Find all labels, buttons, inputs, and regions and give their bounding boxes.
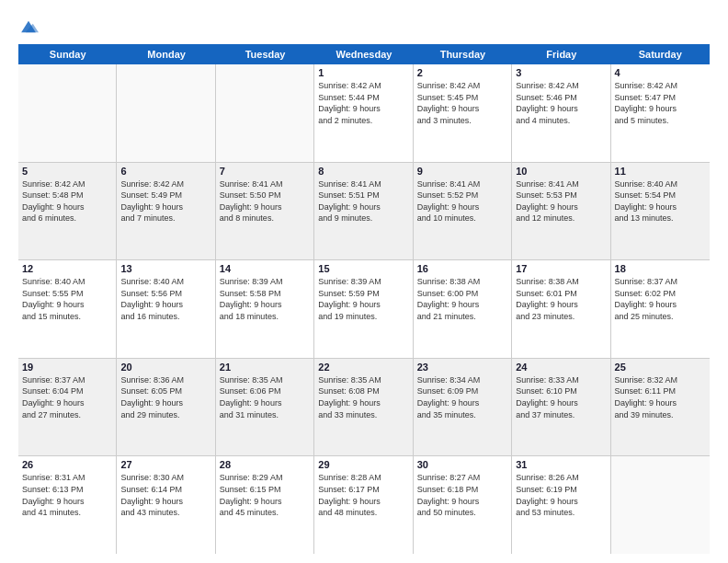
- cell-line: and 53 minutes.: [516, 507, 606, 519]
- cell-line: Sunset: 5:59 PM: [318, 288, 408, 300]
- cell-line: and 31 minutes.: [220, 409, 310, 421]
- cell-line: Sunrise: 8:27 AM: [417, 472, 507, 484]
- cell-line: Daylight: 9 hours: [220, 201, 310, 213]
- cell-line: Sunrise: 8:39 AM: [318, 276, 408, 288]
- cell-line: Daylight: 9 hours: [516, 397, 606, 409]
- day-number: 20: [120, 362, 210, 373]
- calendar-row-1: 5Sunrise: 8:42 AMSunset: 5:48 PMDaylight…: [18, 163, 710, 261]
- calendar-cell-0-6: 4Sunrise: 8:42 AMSunset: 5:47 PMDaylight…: [611, 64, 710, 162]
- cell-line: Sunrise: 8:35 AM: [318, 374, 408, 386]
- day-number: 7: [220, 166, 310, 177]
- calendar-cell-3-3: 22Sunrise: 8:35 AMSunset: 6:08 PMDayligh…: [314, 359, 413, 456]
- cell-line: and 8 minutes.: [220, 213, 310, 224]
- cell-line: Sunset: 6:09 PM: [417, 385, 507, 397]
- cell-line: and 27 minutes.: [22, 409, 112, 421]
- header-day-friday: Friday: [512, 44, 610, 64]
- calendar-cell-2-5: 17Sunrise: 8:38 AMSunset: 6:01 PMDayligh…: [512, 260, 610, 358]
- cell-line: Sunrise: 8:33 AM: [516, 374, 606, 386]
- day-number: 30: [417, 459, 507, 470]
- header: [18, 17, 710, 37]
- cell-line: and 39 minutes.: [615, 409, 706, 421]
- cell-line: and 21 minutes.: [417, 311, 507, 323]
- cell-line: and 37 minutes.: [516, 409, 606, 421]
- header-day-monday: Monday: [117, 44, 215, 64]
- day-number: 14: [220, 263, 310, 274]
- calendar-cell-1-0: 5Sunrise: 8:42 AMSunset: 5:48 PMDaylight…: [18, 163, 117, 260]
- cell-line: Sunrise: 8:42 AM: [516, 80, 606, 92]
- cell-line: Sunset: 6:04 PM: [22, 385, 112, 397]
- cell-line: Daylight: 9 hours: [516, 103, 606, 115]
- cell-line: Sunset: 5:51 PM: [318, 190, 408, 201]
- cell-line: Daylight: 9 hours: [120, 299, 210, 311]
- calendar: SundayMondayTuesdayWednesdayThursdayFrid…: [18, 44, 710, 554]
- cell-line: Sunset: 5:48 PM: [22, 190, 112, 201]
- cell-line: Sunset: 5:52 PM: [417, 190, 507, 201]
- calendar-cell-1-3: 8Sunrise: 8:41 AMSunset: 5:51 PMDaylight…: [314, 163, 413, 260]
- calendar-cell-2-4: 16Sunrise: 8:38 AMSunset: 6:00 PMDayligh…: [414, 260, 512, 358]
- cell-line: Sunrise: 8:42 AM: [22, 178, 112, 190]
- calendar-body: 1Sunrise: 8:42 AMSunset: 5:44 PMDaylight…: [18, 64, 710, 554]
- calendar-cell-3-6: 25Sunrise: 8:32 AMSunset: 6:11 PMDayligh…: [611, 359, 710, 456]
- cell-line: and 45 minutes.: [220, 507, 310, 519]
- cell-line: Sunset: 6:08 PM: [318, 385, 408, 397]
- cell-line: Sunrise: 8:42 AM: [120, 178, 210, 190]
- cell-line: Daylight: 9 hours: [417, 496, 507, 508]
- cell-line: Sunset: 5:53 PM: [516, 190, 606, 201]
- calendar-cell-2-2: 14Sunrise: 8:39 AMSunset: 5:58 PMDayligh…: [216, 260, 314, 358]
- calendar-cell-1-6: 11Sunrise: 8:40 AMSunset: 5:54 PMDayligh…: [611, 163, 710, 260]
- calendar-cell-3-2: 21Sunrise: 8:35 AMSunset: 6:06 PMDayligh…: [216, 359, 314, 456]
- cell-line: Sunrise: 8:37 AM: [615, 276, 706, 288]
- calendar-cell-1-4: 9Sunrise: 8:41 AMSunset: 5:52 PMDaylight…: [414, 163, 512, 260]
- calendar-cell-1-1: 6Sunrise: 8:42 AMSunset: 5:49 PMDaylight…: [117, 163, 215, 260]
- day-number: 27: [120, 459, 210, 470]
- day-number: 25: [615, 362, 706, 373]
- cell-line: Daylight: 9 hours: [417, 299, 507, 311]
- cell-line: and 2 minutes.: [318, 115, 408, 127]
- cell-line: Sunset: 5:49 PM: [120, 190, 210, 201]
- calendar-row-2: 12Sunrise: 8:40 AMSunset: 5:55 PMDayligh…: [18, 260, 710, 359]
- calendar-cell-3-1: 20Sunrise: 8:36 AMSunset: 6:05 PMDayligh…: [117, 359, 215, 456]
- cell-line: and 16 minutes.: [120, 311, 210, 323]
- cell-line: Daylight: 9 hours: [120, 496, 210, 508]
- cell-line: Sunrise: 8:32 AM: [615, 374, 706, 386]
- cell-line: Sunset: 5:58 PM: [220, 288, 310, 300]
- cell-line: Sunrise: 8:41 AM: [417, 178, 507, 190]
- logo-icon: [18, 17, 39, 37]
- cell-line: Sunrise: 8:35 AM: [220, 374, 310, 386]
- header-day-sunday: Sunday: [18, 44, 117, 64]
- cell-line: and 29 minutes.: [120, 409, 210, 421]
- calendar-cell-0-1: [117, 64, 215, 162]
- cell-line: and 33 minutes.: [318, 409, 408, 421]
- cell-line: and 5 minutes.: [615, 115, 706, 127]
- day-number: 6: [120, 166, 210, 177]
- calendar-cell-0-0: [18, 64, 117, 162]
- calendar-cell-4-5: 31Sunrise: 8:26 AMSunset: 6:19 PMDayligh…: [512, 456, 610, 554]
- header-day-thursday: Thursday: [414, 44, 512, 64]
- cell-line: and 48 minutes.: [318, 507, 408, 519]
- cell-line: Daylight: 9 hours: [417, 397, 507, 409]
- header-day-saturday: Saturday: [611, 44, 710, 64]
- day-number: 22: [318, 362, 408, 373]
- cell-line: Sunrise: 8:34 AM: [417, 374, 507, 386]
- calendar-cell-0-4: 2Sunrise: 8:42 AMSunset: 5:45 PMDaylight…: [414, 64, 512, 162]
- cell-line: Sunset: 6:19 PM: [516, 484, 606, 496]
- cell-line: and 13 minutes.: [615, 213, 706, 224]
- cell-line: Sunset: 6:05 PM: [120, 385, 210, 397]
- cell-line: and 35 minutes.: [417, 409, 507, 421]
- calendar-row-0: 1Sunrise: 8:42 AMSunset: 5:44 PMDaylight…: [18, 64, 710, 163]
- day-number: 8: [318, 166, 408, 177]
- calendar-cell-0-2: [216, 64, 314, 162]
- calendar-cell-4-2: 28Sunrise: 8:29 AMSunset: 6:15 PMDayligh…: [216, 456, 314, 554]
- day-number: 19: [22, 362, 112, 373]
- cell-line: Sunrise: 8:40 AM: [615, 178, 706, 190]
- cell-line: Sunset: 6:14 PM: [120, 484, 210, 496]
- calendar-cell-3-5: 24Sunrise: 8:33 AMSunset: 6:10 PMDayligh…: [512, 359, 610, 456]
- cell-line: Sunrise: 8:42 AM: [417, 80, 507, 92]
- cell-line: and 41 minutes.: [22, 507, 112, 519]
- calendar-cell-1-5: 10Sunrise: 8:41 AMSunset: 5:53 PMDayligh…: [512, 163, 610, 260]
- cell-line: and 23 minutes.: [516, 311, 606, 323]
- cell-line: and 18 minutes.: [220, 311, 310, 323]
- cell-line: Sunset: 5:47 PM: [615, 92, 706, 104]
- cell-line: Sunrise: 8:31 AM: [22, 472, 112, 484]
- cell-line: Daylight: 9 hours: [417, 103, 507, 115]
